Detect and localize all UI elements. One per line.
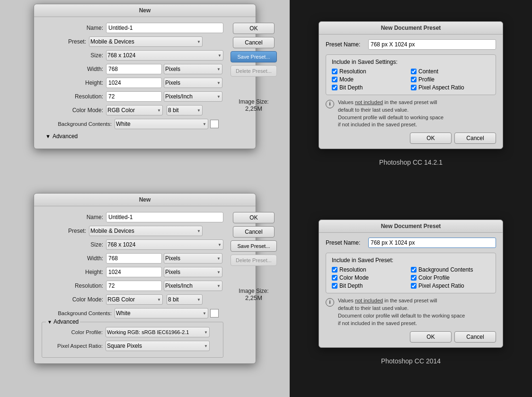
save-preset-button-bot[interactable]: Save Preset... xyxy=(231,240,277,252)
preset-name-input-bot[interactable] xyxy=(368,238,496,248)
include-bitdepth-top: Bit Depth xyxy=(332,84,411,91)
cb-mode-top[interactable] xyxy=(332,77,337,82)
cb-bgcontents-label-bot: Background Contents xyxy=(418,266,473,273)
size-label-bot: Size: xyxy=(42,241,103,248)
height-input-top[interactable] xyxy=(106,78,162,88)
color-profile-select-bot[interactable]: Working RGB: sRGB IEC61966-2.1 xyxy=(106,327,210,337)
advanced-legend[interactable]: ▼ Advanced xyxy=(46,318,80,325)
bg-label-bot: Background Contents: xyxy=(42,310,112,316)
cb-bgcontents-bot[interactable] xyxy=(411,267,417,273)
delete-preset-button-top: Delete Preset... xyxy=(231,65,277,77)
name-input-top[interactable] xyxy=(106,23,223,33)
delete-preset-button-bot: Delete Preset... xyxy=(231,255,277,266)
dialog-buttons-top: OK Cancel Save Preset... Delete Preset..… xyxy=(231,17,278,149)
color-mode-select-top[interactable]: RGB Color xyxy=(106,105,163,115)
cb-content-label-top: Content xyxy=(418,68,438,75)
preset-cancel-button-bot[interactable]: Cancel xyxy=(454,331,496,343)
preset-select-top[interactable]: Mobile & Devices xyxy=(89,36,203,47)
preset-dialog-title-top: New Document Preset xyxy=(319,22,503,35)
preset-select-bot[interactable]: Mobile & Devices xyxy=(89,226,203,236)
color-mode-label-bot: Color Mode: xyxy=(42,296,103,303)
new-dialog-title-bottom: New xyxy=(34,194,256,206)
resolution-unit-top[interactable]: Pixels/Inch xyxy=(164,91,222,102)
width-unit-bot[interactable]: Pixels xyxy=(164,253,222,264)
cb-profile-top[interactable] xyxy=(411,77,417,82)
cb-bitdepth-top[interactable] xyxy=(332,85,337,90)
include-par-top: Pixel Aspect Ratio xyxy=(411,84,490,91)
color-profile-label-bot: Color Profile: xyxy=(46,329,103,335)
cb-colorprofile-bot[interactable] xyxy=(411,275,417,281)
image-size-area-bot: Image Size: 2,25M xyxy=(239,288,268,301)
cb-par-top[interactable] xyxy=(411,85,417,90)
bit-depth-select-top[interactable]: 8 bit xyxy=(167,105,203,115)
color-mode-select-bot[interactable]: RGB Color xyxy=(106,294,163,305)
cb-bitdepth-label-top: Bit Depth xyxy=(339,84,363,91)
cb-colorprofile-label-bot: Color Profile xyxy=(418,274,450,281)
bit-depth-select-bot[interactable]: 8 bit xyxy=(167,294,203,305)
advanced-toggle-top[interactable]: ▼ Advanced xyxy=(45,133,78,140)
height-label-bot: Height: xyxy=(42,269,103,275)
preset-buttons-bot: OK Cancel xyxy=(326,331,496,343)
resolution-input-top[interactable] xyxy=(106,91,162,102)
preset-ok-button-bot[interactable]: OK xyxy=(410,331,452,343)
preset-name-input-top[interactable] xyxy=(368,39,496,50)
height-unit-top[interactable]: Pixels xyxy=(164,78,222,88)
cancel-button-bot[interactable]: Cancel xyxy=(233,226,275,238)
bg-select-top[interactable]: White xyxy=(115,119,208,129)
height-input-bot[interactable] xyxy=(106,267,162,277)
width-input-bot[interactable] xyxy=(106,253,162,264)
cb-content-top[interactable] xyxy=(411,69,417,74)
cancel-button-top[interactable]: Cancel xyxy=(233,37,275,48)
dialog-buttons-bot: OK Cancel Save Preset... Delete Preset..… xyxy=(231,206,278,363)
include-box-top: Include in Saved Settings: Resolution Co… xyxy=(326,54,496,95)
info-icon-top: i xyxy=(326,100,334,108)
top-left-quadrant: New Name: Preset: Mobile & Devices xyxy=(0,0,290,189)
cb-colormode-bot[interactable] xyxy=(332,275,337,281)
preset-dialog-bot: New Document Preset Preset Name: Include… xyxy=(319,220,503,348)
cb-par-label-bot: Pixel Aspect Ratio xyxy=(418,282,464,289)
image-size-label-top: Image Size: xyxy=(239,98,268,105)
bg-select-bot[interactable]: White xyxy=(115,308,208,318)
advanced-arrow-bot: ▼ xyxy=(47,319,52,325)
size-label-top: Size: xyxy=(42,52,103,59)
preset-dialog-title-bot: New Document Preset xyxy=(319,220,503,233)
include-box-bot: Include in Saved Preset: Resolution Back… xyxy=(326,253,496,293)
cb-bitdepth-bot[interactable] xyxy=(332,283,337,289)
cb-resolution-bot[interactable] xyxy=(332,267,337,273)
pixel-aspect-select-bot[interactable]: Square Pixels xyxy=(106,341,210,351)
new-dialog-top: New Name: Preset: Mobile & Devices xyxy=(34,4,256,149)
new-dialog-bottom: New Name: Preset: Mobile & Devices xyxy=(34,193,256,364)
preset-name-label-bot: Preset Name: xyxy=(326,239,368,246)
ok-button-bot[interactable]: OK xyxy=(233,212,275,223)
info-icon-bot: i xyxy=(326,298,334,307)
width-label-top: Width: xyxy=(42,66,103,72)
size-select-top[interactable]: 768 x 1024 xyxy=(106,50,223,61)
bg-color-swatch-top[interactable] xyxy=(210,120,219,128)
width-input-top[interactable] xyxy=(106,64,162,74)
advanced-label-bot: Advanced xyxy=(53,318,79,325)
include-par-bot: Pixel Aspect Ratio xyxy=(411,282,490,289)
name-input-bot[interactable] xyxy=(106,212,223,222)
ok-button-top[interactable]: OK xyxy=(233,23,275,34)
preset-cancel-button-top[interactable]: Cancel xyxy=(454,132,496,144)
cb-mode-label-top: Mode xyxy=(339,76,354,83)
info-text-bot: Values not included in the saved preset … xyxy=(338,297,465,327)
bottom-right-quadrant: New Document Preset Preset Name: Include… xyxy=(290,189,532,397)
width-unit-top[interactable]: Pixels xyxy=(164,64,222,74)
cb-resolution-label-bot: Resolution xyxy=(339,266,366,273)
bg-color-swatch-bot[interactable] xyxy=(210,309,219,318)
cb-resolution-top[interactable] xyxy=(332,69,337,74)
size-select-bot[interactable]: 768 x 1024 xyxy=(106,239,223,250)
resolution-unit-bot[interactable]: Pixels/Inch xyxy=(164,281,222,291)
resolution-input-bot[interactable] xyxy=(106,281,162,291)
height-unit-bot[interactable]: Pixels xyxy=(164,267,222,277)
include-content-top: Content xyxy=(411,68,490,75)
cb-par-bot[interactable] xyxy=(411,283,417,289)
version-label-top: Photoshop CC 14.2.1 xyxy=(379,153,443,168)
advanced-section-bot: ▼ Advanced Color Profile: Working RGB: s… xyxy=(42,322,223,358)
save-preset-button-top[interactable]: Save Preset... xyxy=(231,51,277,62)
advanced-arrow-top: ▼ xyxy=(45,133,51,139)
preset-ok-button-top[interactable]: OK xyxy=(410,132,452,144)
include-resolution-top: Resolution xyxy=(332,68,411,75)
width-label-bot: Width: xyxy=(42,255,103,262)
